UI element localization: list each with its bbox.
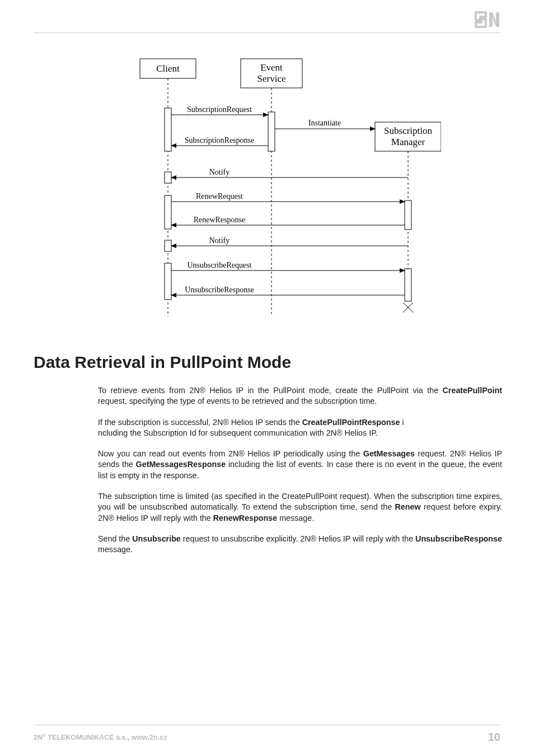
- footer-divider: [34, 725, 500, 725]
- p5-bold-unsubscribe: Unsubscribe: [132, 534, 181, 543]
- p1-bold-createpullpoint: CreatePullPoint: [443, 386, 502, 395]
- p2-bold-createpullpointresponse: CreatePullPointResponse: [302, 418, 400, 427]
- svg-rect-12: [405, 200, 411, 230]
- diagram-msg-notify-1: Notify: [209, 168, 230, 176]
- footer-company: 2N® TELEKOMUNIKACE a.s., www.2n.cz: [34, 733, 167, 741]
- page-number: 10: [488, 731, 500, 744]
- svg-rect-6: [165, 108, 171, 151]
- diagram-event-service-label-1: Event: [260, 62, 283, 73]
- p4-text-e: message.: [277, 514, 314, 522]
- p1-text-c: request, specifying the type of events t…: [98, 396, 377, 405]
- diagram-msg-subscription-response: SubscriptionResponse: [185, 136, 254, 144]
- diagram-msg-instantiate: Instantiate: [308, 119, 341, 127]
- paragraph-2: If the subscription is successful, 2N® H…: [98, 417, 502, 439]
- paragraph-4: The subscription time is limited (as spe…: [98, 491, 502, 524]
- p5-text-a: Send the: [98, 534, 132, 543]
- svg-rect-9: [165, 195, 171, 229]
- p2-text-c: i: [400, 418, 404, 427]
- sequence-diagram: Client Event Service Subscription Manage…: [129, 56, 441, 322]
- diagram-msg-unsubscribe-response: UnsubscribeResponse: [185, 286, 254, 294]
- diagram-msg-unsubscribe-request: UnsubscribeRequest: [187, 261, 251, 269]
- p1-text-a: To retrieve events from 2N® Helios IP in…: [98, 386, 443, 395]
- svg-rect-7: [268, 112, 275, 151]
- diagram-msg-renew-request: RenewRequest: [196, 192, 243, 200]
- diagram-subscription-manager-label-2: Manager: [391, 137, 425, 147]
- svg-rect-13: [405, 269, 411, 301]
- paragraph-3: Now you can read out events from 2N® Hel…: [98, 449, 502, 481]
- p3-text-a: Now you can read out events from 2N® Hel…: [98, 449, 363, 458]
- p3-bold-getmessagesresponse: GetMessagesResponse: [136, 460, 226, 469]
- p4-bold-renew: Renew: [395, 502, 421, 511]
- diagram-subscription-manager-label-1: Subscription: [384, 125, 432, 136]
- page: Client Event Service Subscription Manage…: [0, 0, 534, 756]
- logo-2n: [475, 11, 500, 28]
- diagram-event-service-label-2: Service: [257, 73, 286, 84]
- section-heading: Data Retrieval in PullPoint Mode: [34, 353, 291, 372]
- footer-company-prefix: 2N: [34, 734, 43, 741]
- p2-text-d: ncluding the Subscription Id for subsequ…: [98, 428, 378, 437]
- header-divider: [34, 32, 500, 33]
- diagram-client-label: Client: [156, 63, 180, 74]
- diagram-msg-notify-2: Notify: [209, 236, 230, 245]
- p5-bold-unsubscriberesponse: UnsubscribeResponse: [415, 534, 502, 543]
- p3-bold-getmessages: GetMessages: [363, 449, 415, 458]
- p5-text-c: request to unsubscribe explicitly. 2N® H…: [181, 534, 415, 543]
- paragraph-5: Send the Unsubscribe request to unsubscr…: [98, 534, 502, 556]
- svg-rect-8: [165, 172, 171, 183]
- p4-bold-renewresponse: RenewResponse: [213, 514, 277, 522]
- p2-text-a: If the subscription is successful, 2N® H…: [98, 418, 302, 427]
- paragraph-1: To retrieve events from 2N® Helios IP in…: [98, 385, 502, 407]
- body-text: To retrieve events from 2N® Helios IP in…: [98, 385, 502, 566]
- svg-rect-10: [165, 240, 171, 251]
- footer-company-rest: TELEKOMUNIKACE a.s., www.2n.cz: [46, 734, 167, 741]
- diagram-msg-renew-response: RenewResponse: [194, 216, 246, 224]
- svg-rect-11: [165, 263, 171, 300]
- p5-text-e: message.: [98, 545, 133, 554]
- diagram-msg-subscription-request: SubscriptionRequest: [187, 105, 252, 114]
